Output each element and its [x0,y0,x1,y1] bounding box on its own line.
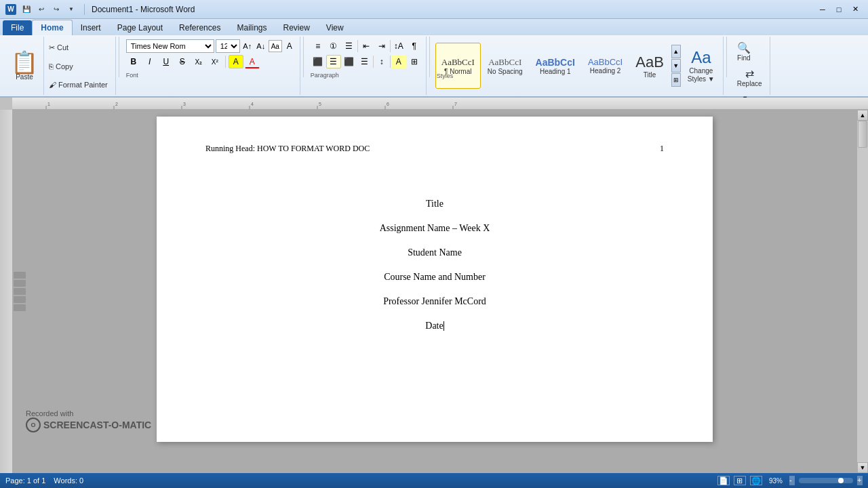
style-heading2[interactable]: AaBbCcI Heading 2 [582,43,629,89]
style-no-spacing[interactable]: AaBbCcI No Spacing [481,43,529,89]
doc-line-title: Title [426,195,443,214]
grow-font-button[interactable]: A↑ [241,40,254,52]
styles-scroll-up[interactable]: ▲ [671,45,681,58]
save-button[interactable]: 💾 [20,3,33,16]
borders-button[interactable]: ⊞ [407,55,422,68]
sort-button[interactable]: ↕A [391,39,406,53]
style-normal-preview: AaBbCcI [441,57,475,68]
minimize-button[interactable]: ─ [815,3,830,16]
zoom-slider[interactable] [799,478,853,483]
styles-scroll: ▲ ▼ ⊞ [671,45,681,87]
maximize-button[interactable]: □ [831,3,846,16]
doc-line-professor: Professor Jennifer McCord [383,292,486,311]
svg-text:3: 3 [183,102,186,106]
style-title[interactable]: AaB Title [629,43,670,89]
highlight-button[interactable]: A [229,55,243,68]
ribbon: 📋 Paste ✂ Cut ⎘ Copy 🖌 Format Painter Cl… [0,35,868,98]
ruler-marks: 1 2 3 4 5 6 7 [12,98,868,110]
para-row-1: ≡ ① ☰ ⇤ ⇥ ↕A ¶ [311,39,422,53]
tab-insert[interactable]: Insert [73,20,109,35]
tab-home[interactable]: Home [32,20,72,35]
text-effects-button[interactable]: A [283,40,296,52]
copy-label: Copy [56,62,73,70]
tab-pagelayout[interactable]: Page Layout [109,20,171,35]
divider-1 [119,37,119,77]
shading-button[interactable]: A [391,55,406,68]
font-size-select[interactable]: 12 [216,39,240,53]
format-painter-button[interactable]: 🖌 Format Painter [47,80,110,89]
find-icon: 🔍 [737,41,751,54]
font-color-button[interactable]: A [245,55,260,68]
shrink-font-button[interactable]: A↓ [255,40,267,52]
scroll-up-button[interactable]: ▲ [857,110,868,121]
paste-button[interactable]: 📋 Paste [5,37,44,95]
zoom-in-button[interactable]: + [857,476,863,485]
editing-group: 🔍 Find ⇄ Replace ↖ Select Editing [730,37,770,95]
italic-button[interactable]: I [142,55,157,68]
tab-file[interactable]: File [3,20,32,35]
style-heading1-preview: AaBbCcI [536,57,575,68]
style-heading1[interactable]: AaBbCcI Heading 1 [530,43,581,89]
view-web-button[interactable]: 🌐 [750,476,762,485]
subscript-button[interactable]: X₂ [191,55,206,68]
ruler-corner [0,98,12,110]
page-content: Title Assignment Name – Week X Student N… [205,195,664,336]
style-title-preview: AaB [635,54,664,71]
strikethrough-button[interactable]: S [175,55,190,68]
zoom-out-button[interactable]: - [789,476,795,485]
justify-button[interactable]: ☰ [357,55,372,68]
scroll-down-button[interactable]: ▼ [857,462,868,473]
left-thumbnails [12,270,27,312]
replace-button[interactable]: ⇄ Replace [734,65,766,89]
align-right-button[interactable]: ⬛ [342,55,357,68]
redo-button[interactable]: ↪ [50,3,62,16]
copy-button[interactable]: ⎘ Copy [47,62,110,71]
find-button[interactable]: 🔍 Find [734,39,754,64]
vertical-ruler [0,98,12,473]
font-row-2: B I U S X₂ X² A A [126,55,260,68]
show-hide-button[interactable]: ¶ [407,39,422,53]
para-divider-3 [373,56,374,68]
bullets-button[interactable]: ≡ [311,39,326,53]
increase-indent-button[interactable]: ⇥ [374,39,389,53]
styles-scroll-down[interactable]: ▼ [671,59,681,73]
zoom-level: 93% [769,477,783,485]
line-spacing-button[interactable]: ↕ [374,55,389,68]
bold-button[interactable]: B [126,55,141,68]
style-heading2-preview: AaBbCcI [588,57,623,67]
scroll-thumb[interactable] [858,121,867,148]
font-row-1: Times New Rom 12 A↑ A↓ Aa A [126,39,296,53]
undo-button[interactable]: ↩ [35,3,47,16]
watermark-circle: O [26,418,41,432]
multilevel-button[interactable]: ☰ [342,39,357,53]
style-heading2-label: Heading 2 [590,67,621,75]
font-name-select[interactable]: Times New Rom [126,39,214,53]
svg-text:6: 6 [387,102,389,106]
change-styles-label: ChangeStyles ▼ [688,67,715,83]
tab-view[interactable]: View [318,20,352,35]
watermark: Recorded with O SCREENCAST-O-MATIC [26,409,151,432]
find-label: Find [737,54,750,62]
view-full-button[interactable]: ⊞ [734,476,746,485]
underline-button[interactable]: U [159,55,174,68]
tab-review[interactable]: Review [275,20,317,35]
close-button[interactable]: ✕ [848,3,863,16]
change-styles-button[interactable]: Aа ChangeStyles ▼ [682,45,720,86]
style-normal[interactable]: AaBbCcI ¶ Normal [435,43,481,89]
numbering-button[interactable]: ① [326,39,341,53]
cut-button[interactable]: ✂ Cut [47,43,110,53]
align-center-button[interactable]: ☰ [326,55,341,68]
vertical-scrollbar[interactable]: ▲ ▼ [857,110,868,473]
tab-references[interactable]: References [171,20,229,35]
more-button[interactable]: ▼ [65,3,77,16]
decrease-indent-button[interactable]: ⇤ [359,39,374,53]
view-print-button[interactable]: 📄 [717,476,730,485]
para-divider-4 [390,56,391,68]
document-page[interactable]: Running Head: HOW TO FORMAT WORD DOC 1 T… [157,117,713,442]
superscript-button[interactable]: X² [208,55,222,68]
styles-more[interactable]: ⊞ [671,73,681,87]
copy-icon: ⎘ [49,62,54,70]
clear-format-button[interactable]: Aa [269,40,282,52]
tab-mailings[interactable]: Mailings [229,20,275,35]
align-left-button[interactable]: ⬛ [311,55,326,68]
